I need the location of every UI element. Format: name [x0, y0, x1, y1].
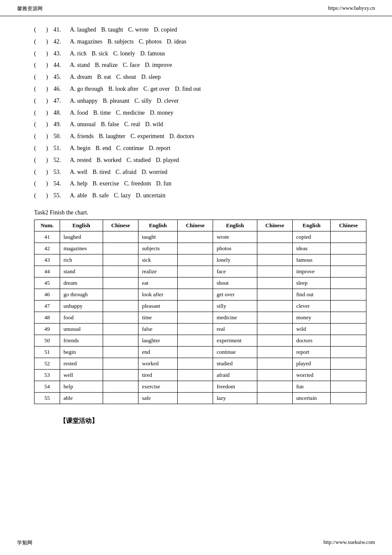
table-cell: unhappy	[60, 300, 103, 312]
mc-option: A. well	[70, 169, 87, 175]
table-cell: real	[213, 323, 257, 335]
mc-option: D. doctors	[170, 133, 194, 139]
table-cell: copied	[293, 231, 331, 243]
mc-option: D. fun	[156, 180, 171, 187]
mc-space	[40, 60, 46, 70]
table-cell	[257, 392, 292, 404]
table-row: 52rested worked studied played	[35, 358, 366, 369]
table-cell	[103, 381, 138, 392]
table-header-cell: English	[138, 220, 178, 231]
mc-space	[40, 25, 46, 35]
mc-option: A. help	[70, 180, 87, 187]
mc-close-paren: )	[46, 60, 52, 70]
table-cell: tired	[138, 369, 178, 381]
mc-option: C. freedom	[124, 180, 151, 187]
mc-item: ( ) 42.A. magazinesB. subjectsC. photosD…	[34, 37, 366, 47]
table-header-cell: Chinese	[178, 220, 213, 231]
table-cell: lazy	[213, 392, 257, 404]
mc-option: C. continue	[116, 145, 144, 151]
table-cell: laughed	[60, 231, 103, 243]
mc-option: C. shout	[116, 74, 136, 80]
mc-option: B. exercise	[92, 180, 119, 187]
mc-open-paren: (	[34, 49, 40, 59]
table-cell: report	[293, 346, 331, 358]
table-cell: food	[60, 312, 103, 323]
mc-item: ( ) 49.A. unusualB. falseC. realD. wild	[34, 119, 366, 130]
mc-space	[40, 72, 46, 82]
table-cell: freedom	[213, 381, 257, 392]
table-cell: begin	[60, 346, 103, 358]
mc-option: D. worried	[141, 169, 167, 175]
mc-open-paren: (	[34, 155, 40, 165]
table-cell	[178, 369, 213, 381]
table-cell: pleasant	[138, 300, 178, 312]
table-cell	[178, 323, 213, 335]
table-cell	[331, 392, 366, 404]
table-cell	[103, 277, 138, 289]
classroom-activity: 【课堂活动】	[34, 417, 366, 425]
table-header-cell: Chinese	[331, 220, 366, 231]
mc-number: 51.	[52, 143, 70, 153]
mc-options: A. unusualB. falseC. realD. wild	[70, 119, 168, 130]
table-cell	[178, 312, 213, 323]
mc-option: C. medicine	[116, 110, 145, 116]
mc-number: 52.	[52, 155, 70, 165]
table-cell: laughter	[138, 335, 178, 346]
mc-space	[40, 191, 46, 201]
header: 馨雅资源网 https://www.babyxy.cn	[0, 0, 392, 16]
mc-options: A. foodB. timeC. medicineD. money	[70, 108, 179, 118]
table-cell	[257, 335, 292, 346]
table-cell	[331, 300, 366, 312]
mc-options: A. standB. realizeC. faceD. improve	[70, 60, 177, 70]
mc-option: C. real	[124, 121, 140, 127]
task2-label: Task2 Finish the chart.	[34, 209, 366, 216]
table-cell: doctors	[293, 335, 331, 346]
mc-option: A. dream	[70, 74, 92, 80]
table-cell: face	[213, 266, 257, 277]
table-cell: experiment	[213, 335, 257, 346]
mc-item: ( ) 43.A. richB. sickC. lonelyD. famous	[34, 49, 366, 59]
table-cell	[103, 266, 138, 277]
table-cell: afraid	[213, 369, 257, 381]
mc-space	[40, 119, 46, 130]
mc-open-paren: (	[34, 60, 40, 70]
mc-option: C. get over	[144, 86, 170, 92]
table-row: 47unhappy pleasant silly clever	[35, 300, 366, 312]
mc-option: A. unhappy	[70, 98, 98, 104]
table-cell	[331, 277, 366, 289]
table-cell: subjects	[138, 243, 178, 254]
mc-options: A. richB. sickC. lonelyD. famous	[70, 49, 170, 59]
mc-option: A. stand	[70, 62, 90, 68]
table-cell	[257, 277, 292, 289]
table-cell: money	[293, 312, 331, 323]
mc-close-paren: )	[46, 37, 52, 47]
table-cell	[103, 312, 138, 323]
table-cell: unusual	[60, 323, 103, 335]
mc-number: 49.	[52, 119, 70, 130]
table-cell	[331, 254, 366, 266]
mc-open-paren: (	[34, 119, 40, 130]
table-cell: friends	[60, 335, 103, 346]
mc-option: B. false	[101, 121, 119, 127]
table-row: 44stand realize face improve	[35, 266, 366, 277]
mc-space	[40, 108, 46, 118]
table-cell: ideas	[293, 243, 331, 254]
mc-space	[40, 179, 46, 189]
mc-option: D. copied	[154, 26, 177, 33]
mc-close-paren: )	[46, 179, 52, 189]
table-cell	[178, 289, 213, 300]
table-cell: well	[60, 369, 103, 381]
table-cell: fun	[293, 381, 331, 392]
mc-option: B. realize	[95, 62, 118, 68]
mc-number: 53.	[52, 167, 70, 177]
table-cell: clever	[293, 300, 331, 312]
table-cell	[331, 381, 366, 392]
table-cell	[103, 300, 138, 312]
mc-options: A. restedB. workedC. studiedD. played	[70, 155, 184, 165]
mc-item: ( ) 52.A. restedB. workedC. studiedD. pl…	[34, 155, 366, 165]
table-cell: 50	[35, 335, 60, 346]
table-cell	[178, 346, 213, 358]
mc-item: ( ) 54.A. helpB. exerciseC. freedomD. fu…	[34, 179, 366, 189]
table-cell: sick	[138, 254, 178, 266]
mc-option: B. safe	[92, 192, 109, 199]
